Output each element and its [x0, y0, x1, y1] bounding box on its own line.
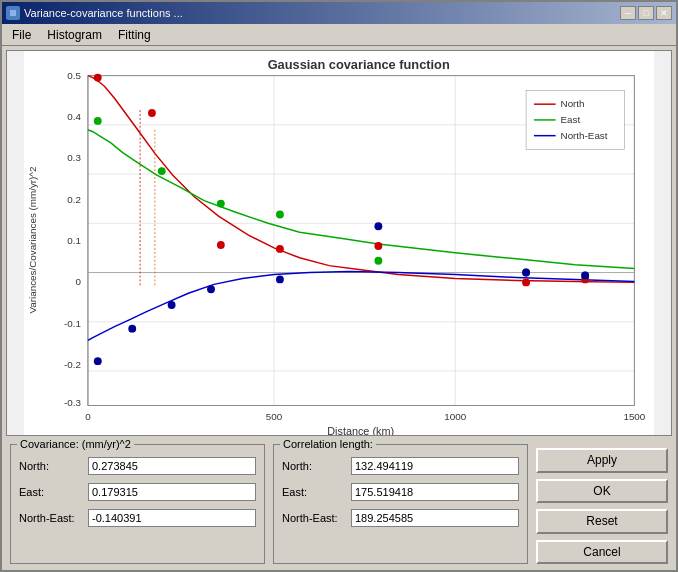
svg-point-37	[374, 242, 382, 250]
svg-point-35	[217, 241, 225, 249]
correlation-title: Correlation length:	[280, 438, 376, 450]
covariance-northeast-label: North-East:	[19, 512, 84, 524]
correlation-north-label: North:	[282, 460, 347, 472]
covariance-east-label: East:	[19, 486, 84, 498]
svg-text:-0.3: -0.3	[64, 397, 81, 408]
svg-point-33	[94, 74, 102, 82]
svg-text:0.5: 0.5	[67, 70, 81, 81]
svg-point-49	[168, 301, 176, 309]
svg-point-51	[276, 275, 284, 283]
window-title: Variance-covariance functions ...	[24, 7, 183, 19]
svg-text:-0.2: -0.2	[64, 359, 81, 370]
correlation-east-label: East:	[282, 486, 347, 498]
svg-text:Gaussian covariance function: Gaussian covariance function	[268, 57, 450, 72]
svg-text:East: East	[561, 114, 581, 125]
svg-text:1500: 1500	[623, 411, 645, 422]
svg-point-44	[374, 257, 382, 265]
correlation-east-row: East:	[282, 483, 519, 501]
svg-point-47	[94, 357, 102, 365]
window-icon	[6, 6, 20, 20]
apply-button[interactable]: Apply	[536, 448, 668, 473]
svg-rect-1	[10, 10, 16, 16]
svg-text:-0.1: -0.1	[64, 318, 81, 329]
covariance-title: Covariance: (mm/yr)^2	[17, 438, 134, 450]
correlation-north-input[interactable]	[351, 457, 519, 475]
title-bar-controls: ─ □ ✕	[620, 6, 672, 20]
svg-text:Distance (km): Distance (km)	[327, 425, 394, 435]
svg-point-50	[207, 285, 215, 293]
svg-point-54	[581, 272, 589, 280]
covariance-north-row: North:	[19, 457, 256, 475]
svg-text:0: 0	[76, 276, 82, 287]
correlation-group: Correlation length: North: East: North-E…	[273, 444, 528, 564]
chart-area: 0.5 0.4 0.3 0.2 0.1 0 -0.1 -0.2 -0.3 0 5…	[6, 50, 672, 436]
title-bar: Variance-covariance functions ... ─ □ ✕	[2, 2, 676, 24]
title-bar-left: Variance-covariance functions ...	[6, 6, 183, 20]
covariance-east-row: East:	[19, 483, 256, 501]
correlation-northeast-row: North-East:	[282, 509, 519, 527]
menu-bar: File Histogram Fitting	[2, 24, 676, 46]
svg-point-38	[522, 278, 530, 286]
svg-text:1000: 1000	[444, 411, 466, 422]
svg-point-34	[148, 109, 156, 117]
menu-histogram[interactable]: Histogram	[39, 26, 110, 44]
close-button[interactable]: ✕	[656, 6, 672, 20]
covariance-group: Covariance: (mm/yr)^2 North: East: North…	[10, 444, 265, 564]
ok-button[interactable]: OK	[536, 479, 668, 504]
covariance-northeast-row: North-East:	[19, 509, 256, 527]
svg-text:Variances/Covariances (mm/yr)^: Variances/Covariances (mm/yr)^2	[27, 167, 38, 314]
svg-point-53	[522, 269, 530, 277]
svg-text:North: North	[561, 98, 585, 109]
svg-text:0: 0	[85, 411, 91, 422]
action-buttons: Apply OK Reset Cancel	[536, 444, 668, 564]
covariance-north-input[interactable]	[88, 457, 256, 475]
reset-button[interactable]: Reset	[536, 509, 668, 534]
svg-text:500: 500	[266, 411, 283, 422]
covariance-northeast-input[interactable]	[88, 509, 256, 527]
maximize-button[interactable]: □	[638, 6, 654, 20]
svg-point-41	[158, 167, 166, 175]
svg-text:0.1: 0.1	[67, 235, 81, 246]
svg-point-43	[276, 211, 284, 219]
covariance-east-input[interactable]	[88, 483, 256, 501]
svg-point-36	[276, 245, 284, 253]
menu-file[interactable]: File	[4, 26, 39, 44]
svg-text:North-East: North-East	[561, 130, 608, 141]
svg-text:0.4: 0.4	[67, 111, 81, 122]
correlation-east-input[interactable]	[351, 483, 519, 501]
svg-point-52	[374, 222, 382, 230]
menu-fitting[interactable]: Fitting	[110, 26, 159, 44]
cancel-button[interactable]: Cancel	[536, 540, 668, 565]
svg-text:0.2: 0.2	[67, 194, 81, 205]
chart-svg: 0.5 0.4 0.3 0.2 0.1 0 -0.1 -0.2 -0.3 0 5…	[7, 51, 671, 435]
svg-point-40	[94, 117, 102, 125]
main-window: Variance-covariance functions ... ─ □ ✕ …	[0, 0, 678, 572]
svg-text:0.3: 0.3	[67, 152, 81, 163]
svg-point-42	[217, 200, 225, 208]
correlation-north-row: North:	[282, 457, 519, 475]
correlation-northeast-label: North-East:	[282, 512, 347, 524]
svg-point-48	[128, 325, 136, 333]
covariance-north-label: North:	[19, 460, 84, 472]
correlation-northeast-input[interactable]	[351, 509, 519, 527]
bottom-panel: Covariance: (mm/yr)^2 North: East: North…	[2, 440, 676, 570]
minimize-button[interactable]: ─	[620, 6, 636, 20]
